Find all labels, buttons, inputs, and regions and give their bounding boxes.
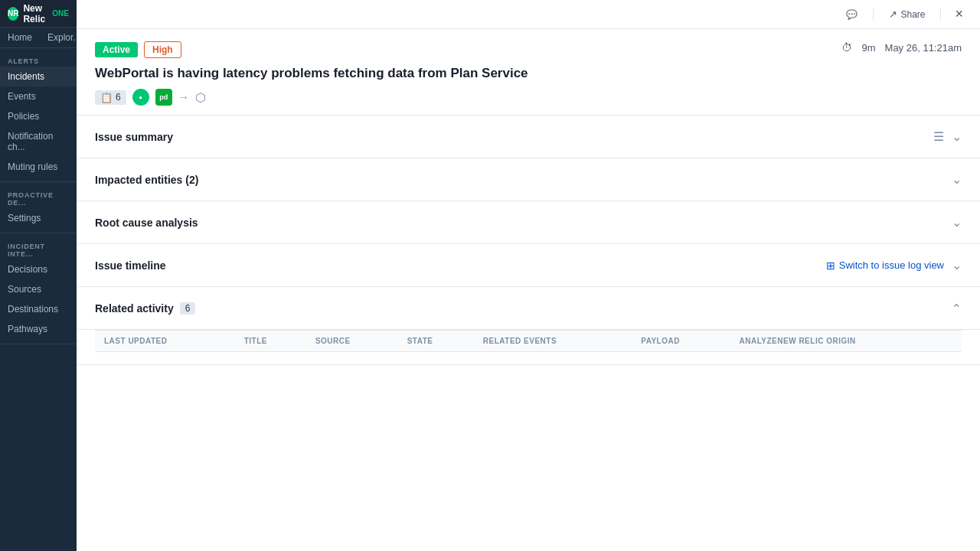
incident-intel-label: INCIDENT INTE... xyxy=(0,238,77,259)
issue-panel: Active High ⏱ 9m May 26, 11:21am WebPort… xyxy=(77,29,980,551)
related-activity-header[interactable]: Related activity 6 ⌄ xyxy=(77,287,980,330)
issue-header: Active High ⏱ 9m May 26, 11:21am WebPort… xyxy=(77,29,980,116)
proactive-section-label: PROACTIVE DE... xyxy=(0,187,77,208)
col-payload: PAYLOAD xyxy=(632,331,730,352)
issue-summary-header[interactable]: Issue summary ☰ ⌄ xyxy=(77,116,980,158)
impacted-entities-section: Impacted entities (2) ⌄ xyxy=(77,158,980,201)
issue-summary-chevron: ⌄ xyxy=(952,129,962,144)
clock-icon: ⏱ xyxy=(841,41,852,54)
incident-intel-section: INCIDENT INTE... Decisions Sources Desti… xyxy=(0,233,77,344)
main-content: 💬 ↗ Share × Active High ⏱ 9m May 26, 11:… xyxy=(77,0,980,551)
root-cause-title: Root cause analysis xyxy=(95,217,198,229)
impacted-entities-chevron: ⌄ xyxy=(952,172,962,187)
sidebar-item-decisions[interactable]: Decisions xyxy=(0,259,77,279)
incident-copy-icon: 📋 xyxy=(100,92,113,103)
app-logo: NR New Relic ONE xyxy=(0,0,77,28)
arrow-icon: → xyxy=(178,91,189,103)
sidebar-item-pathways[interactable]: Pathways xyxy=(0,319,77,339)
related-activity-controls: ⌄ xyxy=(952,301,962,315)
sidebar-item-destinations[interactable]: Destinations xyxy=(0,299,77,319)
comment-button[interactable]: 💬 xyxy=(840,6,864,23)
col-related-events: RELATED EVENTS xyxy=(474,331,632,352)
format-icon: ☰ xyxy=(933,129,944,144)
issue-summary-section: Issue summary ☰ ⌄ xyxy=(77,116,980,158)
high-badge: High xyxy=(144,41,181,58)
share-button[interactable]: ↗ Share xyxy=(883,5,931,23)
related-activity-table: LAST UPDATED TITLE SOURCE STATE RELATED … xyxy=(95,330,962,352)
root-cause-section: Root cause analysis ⌄ xyxy=(77,201,980,244)
related-activity-header-left: Related activity 6 xyxy=(95,302,195,315)
active-badge: Active xyxy=(95,42,138,57)
close-button[interactable]: × xyxy=(950,5,968,24)
sidebar-item-sources[interactable]: Sources xyxy=(0,279,77,299)
impacted-entities-title: Impacted entities (2) xyxy=(95,174,198,186)
issue-title: WebPortal is having latency problems fet… xyxy=(95,66,962,81)
app-plan: ONE xyxy=(52,9,69,18)
root-cause-header[interactable]: Root cause analysis ⌄ xyxy=(77,201,980,243)
sidebar-item-home[interactable]: Home xyxy=(0,28,40,47)
related-activity-chevron: ⌄ xyxy=(952,301,962,315)
proactive-section: PROACTIVE DE... Settings xyxy=(0,182,77,233)
pd-logo-text: pd xyxy=(159,93,168,101)
switch-to-log-button[interactable]: ⊞ Switch to issue log view xyxy=(826,259,944,272)
issue-timeline-header[interactable]: Issue timeline ⊞ Switch to issue log vie… xyxy=(77,244,980,286)
issue-summary-title: Issue summary xyxy=(95,131,173,143)
root-cause-controls: ⌄ xyxy=(952,215,962,230)
top-nav: Home Explor... xyxy=(0,28,77,48)
issue-time-info: ⏱ 9m May 26, 11:21am xyxy=(841,41,962,54)
col-state: STATE xyxy=(398,331,474,352)
sidebar-item-explorer[interactable]: Explor... xyxy=(40,28,77,47)
share-icon: ↗ xyxy=(889,8,897,20)
sidebar-item-notification-channels[interactable]: Notification ch... xyxy=(0,126,77,157)
sidebar: NR New Relic ONE Home Explor... ALERTS I… xyxy=(0,0,77,551)
activity-count-badge: 6 xyxy=(180,302,196,315)
badge-row: Active High xyxy=(95,41,962,58)
incident-count-badge: 📋 6 xyxy=(95,90,126,105)
topbar-separator2 xyxy=(940,8,941,21)
logo-icon: NR xyxy=(8,7,18,21)
issue-timeline-controls: ⊞ Switch to issue log view ⌄ xyxy=(826,258,962,272)
comment-icon: 💬 xyxy=(846,9,858,20)
issue-timeline-section: Issue timeline ⊞ Switch to issue log vie… xyxy=(77,244,980,287)
sidebar-item-events[interactable]: Events xyxy=(0,86,77,106)
sidebar-item-settings[interactable]: Settings xyxy=(0,208,77,228)
impacted-entities-controls: ⌄ xyxy=(952,172,962,187)
pd-integration-logo: pd xyxy=(155,89,172,106)
nr-logo-text: ● xyxy=(139,94,142,101)
col-title: TITLE xyxy=(235,331,306,352)
related-activity-section: Related activity 6 ⌄ LAST UPDATED TITLE … xyxy=(77,287,980,365)
topbar-separator xyxy=(873,8,874,21)
impacted-entities-header[interactable]: Impacted entities (2) ⌄ xyxy=(77,158,980,201)
alerts-section-label: ALERTS xyxy=(0,53,77,67)
issue-timeline-chevron: ⌄ xyxy=(952,258,962,272)
table-header-row: LAST UPDATED TITLE SOURCE STATE RELATED … xyxy=(95,331,962,352)
related-activity-title: Related activity xyxy=(95,302,174,315)
issue-duration: 9m xyxy=(861,42,875,54)
sidebar-item-policies[interactable]: Policies xyxy=(0,106,77,126)
issue-timeline-title: Issue timeline xyxy=(95,259,166,272)
log-view-icon: ⊞ xyxy=(826,259,835,272)
issue-datetime: May 26, 11:21am xyxy=(885,42,962,54)
nr-integration-logo: ● xyxy=(132,89,149,106)
sidebar-item-muting-rules[interactable]: Muting rules xyxy=(0,157,77,177)
app-name: New Relic xyxy=(23,3,46,24)
issue-panel-topbar: 💬 ↗ Share × xyxy=(77,0,980,29)
related-activity-table-container: LAST UPDATED TITLE SOURCE STATE RELATED … xyxy=(77,330,980,364)
root-cause-chevron: ⌄ xyxy=(952,215,962,230)
issue-meta-row: 📋 6 ● pd → ⬡ xyxy=(95,89,962,106)
sidebar-item-incidents[interactable]: Incidents xyxy=(0,67,77,86)
issue-summary-controls: ☰ ⌄ xyxy=(933,129,962,144)
col-last-updated: LAST UPDATED xyxy=(95,331,235,352)
col-source: SOURCE xyxy=(306,331,398,352)
alerts-section: ALERTS Incidents Events Policies Notific… xyxy=(0,48,77,182)
col-analyzenewrelic-origin: ANALYZENEW RELIC ORIGIN xyxy=(730,331,962,352)
workflow-icon: ⬡ xyxy=(195,90,206,105)
